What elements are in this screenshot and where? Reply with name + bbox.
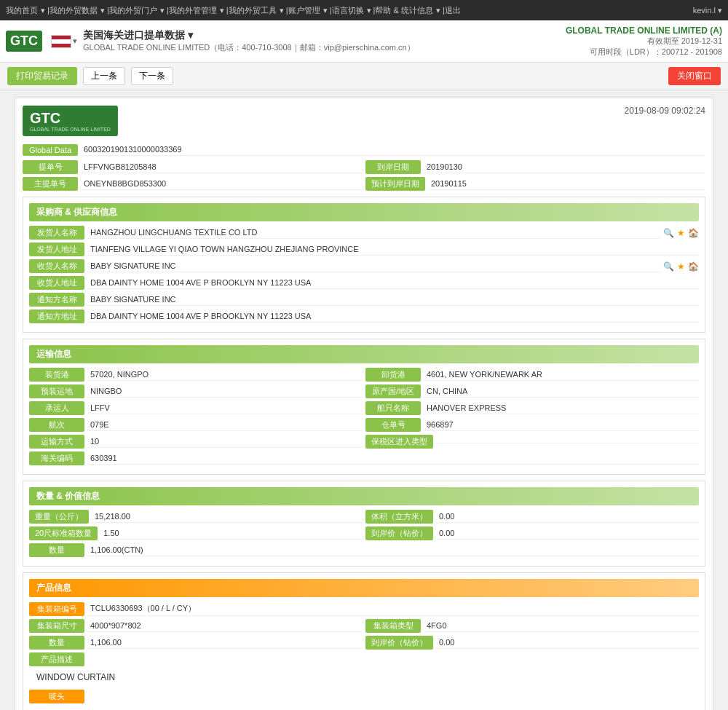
consignee-name-row: 收货人名称 BABY SIGNATURE INC 🔍 ★ 🏠 bbox=[29, 259, 699, 273]
container-size-value: 4000*907*802 bbox=[87, 620, 363, 632]
discharge-port-label: 卸货港 bbox=[365, 368, 421, 382]
pre-transport-value: NINGBO bbox=[87, 385, 363, 398]
nav-help[interactable]: 帮助 & 统计信息 bbox=[375, 5, 432, 16]
main-bill-row: 主提单号 ONEYNB8BGD853300 bbox=[23, 177, 363, 191]
voyage-label: 航次 bbox=[29, 418, 84, 432]
nav-sep-0: ▾ | bbox=[41, 6, 50, 15]
logo-box: GTC bbox=[6, 31, 42, 52]
loading-port-value: 57020, NINGPO bbox=[87, 368, 363, 381]
transport-mode-label: 运输方式 bbox=[29, 435, 84, 449]
doc-datetime: 2019-08-09 09:02:24 bbox=[625, 106, 705, 116]
main-bill-value: ONEYNB8BGD853300 bbox=[81, 178, 363, 190]
print-button[interactable]: 打印贸易记录 bbox=[7, 67, 77, 85]
product-price-value: 0.00 bbox=[436, 636, 699, 649]
consignee-star-icon[interactable]: ★ bbox=[677, 261, 685, 272]
global-data-label: Global Data bbox=[23, 144, 78, 156]
vessel-row: 船只名称 HANOVER EXPRESS bbox=[365, 401, 699, 415]
nav-sep-2: ▾ | bbox=[160, 6, 169, 15]
warehouse-value: 966897 bbox=[424, 419, 699, 431]
consignee-addr-value: DBA DAINTY HOME 1004 AVE P BROOKLYN NY 1… bbox=[87, 277, 699, 289]
discharge-port-row: 卸货港 4601, NEW YORK/NEWARK AR bbox=[365, 368, 699, 382]
consignee-search-icon[interactable]: 🔍 bbox=[663, 261, 674, 272]
transport-section: 运输信息 装货港 57020, NINGPO 卸货港 4601, NEW YOR… bbox=[23, 339, 705, 475]
estimated-date-value: 20190115 bbox=[428, 178, 705, 190]
doc-logo: GTC GLOBAL TRADE ONLINE LIMITED bbox=[23, 106, 118, 136]
notify-name-row: 通知方名称 BABY SIGNATURE INC bbox=[29, 293, 699, 307]
shipper-addr-value: TIANFENG VILLAGE YI QIAO TOWN HANGZHOU Z… bbox=[87, 243, 699, 256]
consignee-name-value: BABY SIGNATURE INC bbox=[87, 260, 660, 272]
nav-export-portal[interactable]: 我的外贸门户 bbox=[109, 5, 157, 16]
consignee-name-label: 收货人名称 bbox=[29, 259, 84, 273]
nav-trade-data[interactable]: 我的外贸数据 bbox=[50, 5, 98, 16]
vessel-label: 船只名称 bbox=[365, 401, 421, 415]
product-section-header: 产品信息 bbox=[29, 579, 699, 597]
shipper-star-icon[interactable]: ★ bbox=[677, 228, 685, 238]
close-button[interactable]: 关闭窗口 bbox=[668, 67, 721, 85]
nav-account[interactable]: 账户管理 bbox=[288, 5, 320, 16]
product-desc-label: 产品描述 bbox=[29, 652, 84, 666]
top-toolbar: 打印贸易记录 上一条 下一条 关闭窗口 bbox=[0, 63, 728, 90]
consignee-addr-label: 收货人地址 bbox=[29, 276, 84, 290]
nav-tools[interactable]: 我的外贸工具 bbox=[229, 5, 277, 16]
volume-value: 0.00 bbox=[436, 510, 699, 523]
marks-label: 唛头 bbox=[29, 690, 84, 703]
consignee-addr-row: 收货人地址 DBA DAINTY HOME 1004 AVE P BROOKLY… bbox=[29, 276, 699, 290]
global-data-row: Global Data 6003201901310000033369 bbox=[23, 143, 705, 156]
shipper-addr-label: 发货人地址 bbox=[29, 242, 84, 256]
notify-addr-value: DBA DAINTY HOME 1004 AVE P BROOKLYN NY 1… bbox=[87, 310, 699, 323]
bill-row: 提单号 LFFVNGB81205848 bbox=[23, 160, 363, 174]
container-size-row: 集装箱尺寸 4000*907*802 bbox=[29, 619, 363, 633]
nav-sep-3: ▾ | bbox=[220, 6, 229, 15]
container20-value: 1.50 bbox=[100, 527, 363, 540]
origin-label: 原产国/地区 bbox=[365, 384, 421, 398]
discharge-port-value: 4601, NEW YORK/NEWARK AR bbox=[424, 368, 699, 381]
doc-logo-sub: GLOBAL TRADE ONLINE LIMITED bbox=[30, 127, 111, 132]
shipper-home-icon[interactable]: 🏠 bbox=[688, 228, 699, 238]
shipper-search-icon[interactable]: 🔍 bbox=[663, 228, 674, 238]
transport-mode-row: 运输方式 10 bbox=[29, 435, 363, 449]
shipper-name-row: 发货人名称 HANGZHOU LINGCHUANG TEXTILE CO LTD… bbox=[29, 226, 699, 240]
prev-button[interactable]: 上一条 bbox=[83, 67, 125, 85]
volume-row: 体积（立方米） 0.00 bbox=[365, 510, 699, 524]
voyage-row: 航次 079E bbox=[29, 418, 363, 432]
site-title-area: 美国海关进口提单数据 ▾ GLOBAL TRADE ONLINE LIMITED… bbox=[83, 29, 566, 53]
notify-name-value: BABY SIGNATURE INC bbox=[87, 293, 699, 306]
voyage-value: 079E bbox=[87, 419, 363, 431]
marks-row: 唛头 bbox=[29, 690, 699, 703]
notify-addr-label: 通知方地址 bbox=[29, 309, 84, 323]
container-no-value: TCLU6330693（00 / L / CY） bbox=[87, 601, 699, 616]
carrier-row: 承运人 LFFV bbox=[29, 401, 363, 415]
container-type-value: 4FG0 bbox=[424, 620, 699, 632]
user-info: kevin.l ▾ bbox=[693, 6, 722, 15]
bonded-label: 保税区进入类型 bbox=[365, 435, 433, 449]
header-right: GLOBAL TRADE ONLINE LIMITED (A) 有效期至 201… bbox=[566, 25, 722, 58]
carrier-label: 承运人 bbox=[29, 401, 84, 415]
us-flag bbox=[51, 35, 71, 48]
product-qty-label: 数量 bbox=[29, 636, 84, 650]
nav-language[interactable]: 语言切换 bbox=[332, 5, 364, 16]
shipper-addr-row: 发货人地址 TIANFENG VILLAGE YI QIAO TOWN HANG… bbox=[29, 242, 699, 256]
product-section: 产品信息 集装箱编号 TCLU6330693（00 / L / CY） 集装箱尺… bbox=[23, 572, 705, 710]
arrival-price-row: 到岸价（钻价） 0.00 bbox=[365, 526, 699, 540]
container-type-label: 集装箱类型 bbox=[365, 619, 421, 633]
arrival-date-row: 到岸日期 20190130 bbox=[365, 160, 705, 174]
site-main-title: 美国海关进口提单数据 ▾ bbox=[83, 29, 566, 42]
notify-name-label: 通知方名称 bbox=[29, 293, 84, 307]
nav-forex-mgmt[interactable]: 我的外管管理 bbox=[169, 5, 217, 16]
next-button[interactable]: 下一条 bbox=[131, 67, 173, 85]
nav-home[interactable]: 我的首页 bbox=[6, 5, 38, 16]
global-data-value: 6003201901310000033369 bbox=[81, 143, 705, 156]
loading-port-row: 装货港 57020, NINGPO bbox=[29, 368, 363, 382]
consignee-home-icon[interactable]: 🏠 bbox=[688, 261, 699, 272]
origin-value: CN, CHINA bbox=[424, 385, 699, 398]
pre-transport-row: 预装运地 NINGBO bbox=[29, 384, 363, 398]
arrival-date-value: 20190130 bbox=[424, 161, 705, 173]
nav-logout[interactable]: 退出 bbox=[445, 5, 461, 16]
carrier-value: LFFV bbox=[87, 402, 363, 414]
customs-label: 海关编码 bbox=[29, 451, 84, 465]
container-type-row: 集装箱类型 4FG0 bbox=[365, 619, 699, 633]
weight-value: 15,218.00 bbox=[92, 510, 363, 523]
container-size-label: 集装箱尺寸 bbox=[29, 619, 84, 633]
container-no-row: 集装箱编号 TCLU6330693（00 / L / CY） bbox=[29, 601, 699, 616]
site-contact: GLOBAL TRADE ONLINE LIMITED（电话：400-710-3… bbox=[83, 42, 566, 53]
